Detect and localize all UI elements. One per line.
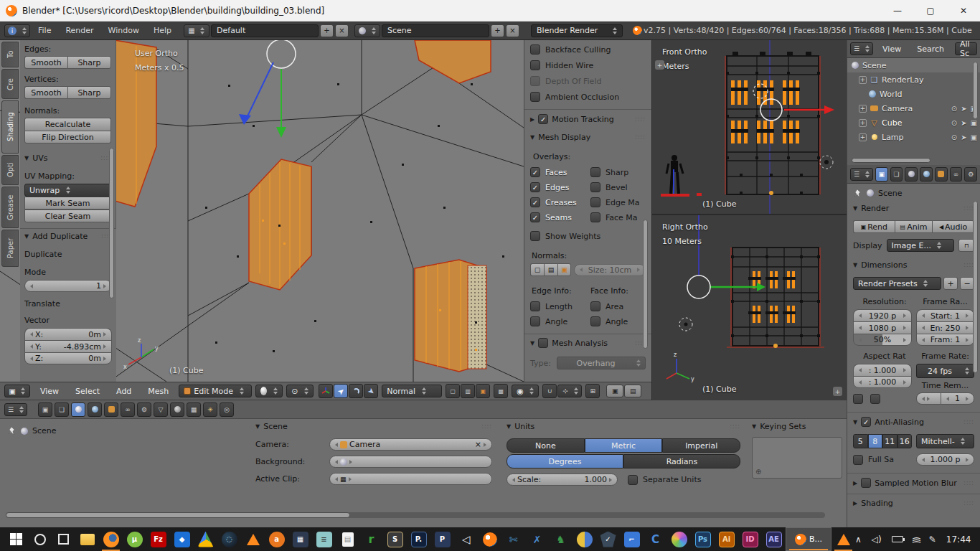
dropbox-icon[interactable]: ◆ xyxy=(170,527,194,551)
pin-icon[interactable] xyxy=(7,426,17,435)
mesh-analysis-header[interactable]: ▼ Mesh Analysis:::: xyxy=(530,338,646,348)
menu-add[interactable]: Add xyxy=(110,387,138,396)
p2-app-icon[interactable]: P xyxy=(430,527,454,551)
aftereffects-icon[interactable]: AE xyxy=(762,527,786,551)
panel-grip-icon[interactable]: :::: xyxy=(963,480,974,486)
add-keying-set-icon[interactable]: ⊕ xyxy=(755,468,761,476)
snap-element-select[interactable]: ⊹ xyxy=(557,385,582,397)
menu-render[interactable]: Render xyxy=(59,26,100,35)
aspect-x-field[interactable]: : 1.000 xyxy=(853,364,912,376)
scene-delete-button[interactable]: × xyxy=(506,24,519,37)
loose-edge-normals-toggle[interactable]: ▤ xyxy=(544,263,557,276)
filezilla-icon[interactable]: Fz xyxy=(146,527,170,551)
motion-blur-checkbox[interactable] xyxy=(861,478,871,488)
face-angle-checkbox[interactable]: Angle xyxy=(590,316,628,326)
units-metric-button[interactable]: Metric xyxy=(585,438,663,453)
task-view-button[interactable] xyxy=(52,527,75,551)
show-weights-checkbox[interactable]: Show Weights xyxy=(530,231,646,241)
expand-icon[interactable]: + xyxy=(859,119,867,127)
aspect-y-field[interactable]: : 1.000 xyxy=(853,376,912,388)
aa-filter-select[interactable]: Mitchell- xyxy=(916,434,974,448)
menu-select[interactable]: Select xyxy=(69,387,106,396)
face-select-mode-button[interactable]: ▣ xyxy=(476,384,490,398)
add-duplicate-header[interactable]: ▼ Add Duplicate:::: xyxy=(24,232,112,241)
tab-options[interactable]: Opti xyxy=(1,155,19,185)
editor-type-3dview-button[interactable]: ▣ xyxy=(4,385,30,397)
aa-filter-size-slider[interactable]: 1.000 p xyxy=(916,453,974,466)
minimize-button[interactable]: — xyxy=(881,0,914,22)
align-view-button[interactable]: ⊞ xyxy=(585,384,600,398)
orange-app-icon[interactable]: a xyxy=(265,527,288,551)
edge-select-mode-button[interactable]: ▥ xyxy=(461,384,475,398)
rotate-manipulator-button[interactable] xyxy=(349,384,363,398)
aa-samples-11-button[interactable]: 11 xyxy=(882,434,897,448)
crop-checkbox[interactable] xyxy=(870,394,880,404)
visibility-eye-icon[interactable]: ⊙ xyxy=(951,105,957,113)
outliner-item-camera[interactable]: + Camera ⊙ ➤ ▣ xyxy=(847,101,980,116)
preset-remove-button[interactable]: − xyxy=(960,277,974,290)
layout-delete-button[interactable]: × xyxy=(335,24,349,37)
vertices-sharp-button[interactable]: Sharp xyxy=(67,86,111,99)
outliner-menu-search[interactable]: Search xyxy=(910,44,951,54)
translate-manipulator-button[interactable]: ➤ xyxy=(334,384,348,398)
render-animation-button[interactable]: ▤Anim xyxy=(895,220,933,233)
full-sample-checkbox[interactable]: Full Sa xyxy=(853,455,912,465)
limit-to-visible-button[interactable]: ▦ xyxy=(494,384,508,398)
green-app-icon[interactable]: r xyxy=(359,527,383,551)
tab-shading-uvs[interactable]: Shading xyxy=(1,100,19,154)
bottom-hscroll-thumb[interactable] xyxy=(6,512,350,518)
edges-sharp-button[interactable]: Sharp xyxy=(67,56,111,69)
tray-chevron-icon[interactable]: ∧ xyxy=(855,534,862,545)
btab-scene[interactable] xyxy=(71,402,85,417)
battery-icon[interactable] xyxy=(892,536,903,542)
steam-icon[interactable]: ◌ xyxy=(217,527,241,551)
p-app-icon[interactable]: P. xyxy=(407,527,430,551)
renderable-camera-icon[interactable]: ▣ xyxy=(971,133,977,141)
blender-task-button[interactable]: B... xyxy=(786,527,831,551)
recalculate-button[interactable]: Recalculate xyxy=(24,118,111,131)
preset-add-button[interactable]: + xyxy=(943,277,958,290)
tab-world[interactable] xyxy=(920,167,933,182)
editor-type-properties-button[interactable]: ☰ xyxy=(850,168,873,181)
btab-physics[interactable]: ◎ xyxy=(220,402,234,417)
frame-step-field[interactable]: Fram: 1 xyxy=(916,334,974,346)
snap-toggle-button[interactable]: ∪ xyxy=(542,384,557,398)
cortana-button[interactable] xyxy=(28,527,52,551)
display-mode-select[interactable]: Image E... xyxy=(887,239,954,252)
render-presets-select[interactable]: Render Presets xyxy=(853,277,941,290)
substance-app-icon[interactable]: S xyxy=(383,527,407,551)
color-wheel-app-icon[interactable] xyxy=(667,527,691,551)
units-panel-header[interactable]: ▼Units:::: xyxy=(507,422,740,431)
menu-mesh[interactable]: Mesh xyxy=(141,387,175,396)
ambient-occlusion-checkbox[interactable]: Ambient Occlusion xyxy=(530,92,646,102)
tab-render-layers[interactable]: ❏ xyxy=(890,167,903,182)
file-explorer-icon[interactable] xyxy=(75,527,99,551)
vertex-select-mode-button[interactable]: ▢ xyxy=(446,384,460,398)
clock[interactable]: 17:44 xyxy=(946,534,971,545)
btab-world[interactable] xyxy=(88,402,102,417)
viewport-3d-right[interactable]: z y Right Ortho 10 Meters (1) Cube + xyxy=(651,215,847,400)
tab-object[interactable] xyxy=(935,167,948,182)
wifi-icon[interactable]: ((( xyxy=(911,536,921,542)
unit-scale-slider[interactable]: Scale:1.000 xyxy=(507,474,618,486)
btab-render-layers[interactable]: ❏ xyxy=(55,402,69,417)
renderable-camera-icon[interactable]: ▣ xyxy=(971,119,977,127)
border-checkbox[interactable] xyxy=(853,394,863,404)
tab-scene[interactable] xyxy=(905,167,918,182)
flip-direction-button[interactable]: Flip Direction xyxy=(24,131,111,143)
btab-particles[interactable]: ✳ xyxy=(203,402,217,417)
overlay-edges-checkbox[interactable]: Edges xyxy=(530,182,585,192)
dimensions-panel-header[interactable]: ▼Dimensions:::: xyxy=(853,260,974,270)
motion-tracking-header[interactable]: ▶ Motion Tracking:::: xyxy=(530,114,646,124)
keying-sets-header[interactable]: ▼Keying Sets xyxy=(752,422,842,431)
green-app-2-icon[interactable]: ♞ xyxy=(549,527,573,551)
outliner-vscrollbar[interactable] xyxy=(973,62,978,119)
hidden-wire-checkbox[interactable]: Hidden Wire xyxy=(530,60,646,70)
volume-icon[interactable]: ◁) xyxy=(872,534,882,545)
unity-icon[interactable]: ◁ xyxy=(454,527,478,551)
time-remap-old-field[interactable] xyxy=(916,392,941,405)
frame-end-field[interactable]: En: 250 xyxy=(916,321,974,334)
tab-constraints[interactable]: ∞ xyxy=(950,167,963,182)
photoshop-icon[interactable]: Ps xyxy=(691,527,715,551)
outliner-item-world[interactable]: World xyxy=(847,87,980,101)
